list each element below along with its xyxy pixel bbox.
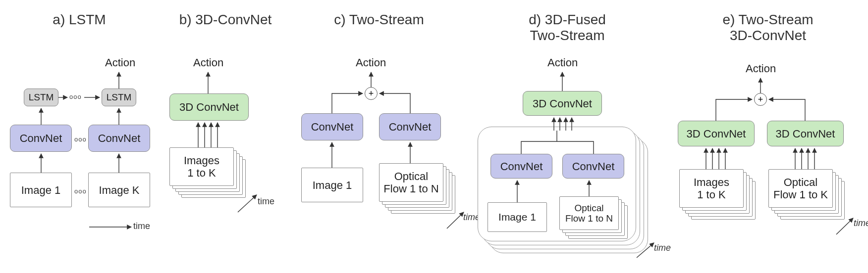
image1-block-d: Image 1 xyxy=(488,202,547,232)
arrows-e xyxy=(669,47,868,265)
arrows-b xyxy=(159,32,292,259)
convnet-block-right: ConvNet xyxy=(88,125,150,152)
action-label-d: Action xyxy=(547,56,578,69)
flow-block-c: Optical Flow 1 to N xyxy=(379,163,443,202)
convnet-right-c: ConvNet xyxy=(379,113,441,140)
convnet-right-d: ConvNet xyxy=(562,154,624,179)
panel-a-title: a) LSTM xyxy=(0,12,159,28)
panel-e-title: e) Two-Stream 3D-ConvNet xyxy=(669,12,867,44)
images-block-e: Images 1 to K xyxy=(679,169,744,208)
time-label-a: time xyxy=(133,221,150,231)
time-label-d: time xyxy=(654,243,671,253)
convnet-left-d: ConvNet xyxy=(490,154,552,179)
panel-b-3dconvnet: b) 3D-ConvNet Action 3D ConvNet Images 1… xyxy=(159,0,292,273)
images-block-b: Images 1 to K xyxy=(169,147,234,186)
panel-d-title: d) 3D-Fused Two-Stream xyxy=(466,12,669,44)
merge-plus-c: + xyxy=(365,87,378,100)
conv3d-block-b: 3D ConvNet xyxy=(169,93,249,121)
lstm-block-left: LSTM xyxy=(24,89,58,106)
time-label-b: time xyxy=(258,196,274,207)
action-label-b: Action xyxy=(193,56,223,69)
image1-block-c: Image 1 xyxy=(301,168,363,202)
convnet-left-c: ConvNet xyxy=(301,113,363,140)
flow-block-d: Optical Flow 1 to N xyxy=(559,196,619,230)
architecture-figure: a) LSTM Action LSTM LSTM ooo ConvNet Con… xyxy=(0,0,868,273)
svg-line-17 xyxy=(447,212,464,228)
action-label-c: Action xyxy=(356,56,386,69)
flow-block-e: Optical Flow 1 to K xyxy=(768,169,833,208)
conv3d-block-d: 3D ConvNet xyxy=(523,91,602,116)
conv3d-left-e: 3D ConvNet xyxy=(678,121,755,146)
convnet-block-left: ConvNet xyxy=(10,125,72,152)
conv3d-right-e: 3D ConvNet xyxy=(767,121,844,146)
ooo-img: ooo xyxy=(74,187,87,195)
image-block-k: Image K xyxy=(88,173,150,207)
ooo-conv: ooo xyxy=(74,136,87,143)
image-block-1: Image 1 xyxy=(10,173,72,207)
panel-c-twostream: c) Two-Stream Action + ConvNet ConvNet I… xyxy=(292,0,466,273)
ooo-lstm: ooo xyxy=(69,93,82,100)
panel-d-3dfused: d) 3D-Fused Two-Stream Action 3D ConvNet… xyxy=(466,0,669,273)
action-label: Action xyxy=(105,56,135,69)
svg-line-36 xyxy=(836,218,853,234)
action-label-e: Action xyxy=(746,62,776,75)
panel-b-title: b) 3D-ConvNet xyxy=(159,12,292,28)
merge-plus-e: + xyxy=(754,93,767,106)
panel-a-lstm: a) LSTM Action LSTM LSTM ooo ConvNet Con… xyxy=(0,0,159,273)
lstm-block-right: LSTM xyxy=(102,89,136,106)
arrows-c xyxy=(292,32,486,259)
panel-c-title: c) Two-Stream xyxy=(292,12,466,28)
time-label-e: time xyxy=(854,218,868,228)
panel-e-twostream3d: e) Two-Stream 3D-ConvNet Action + 3D Con… xyxy=(669,0,867,273)
